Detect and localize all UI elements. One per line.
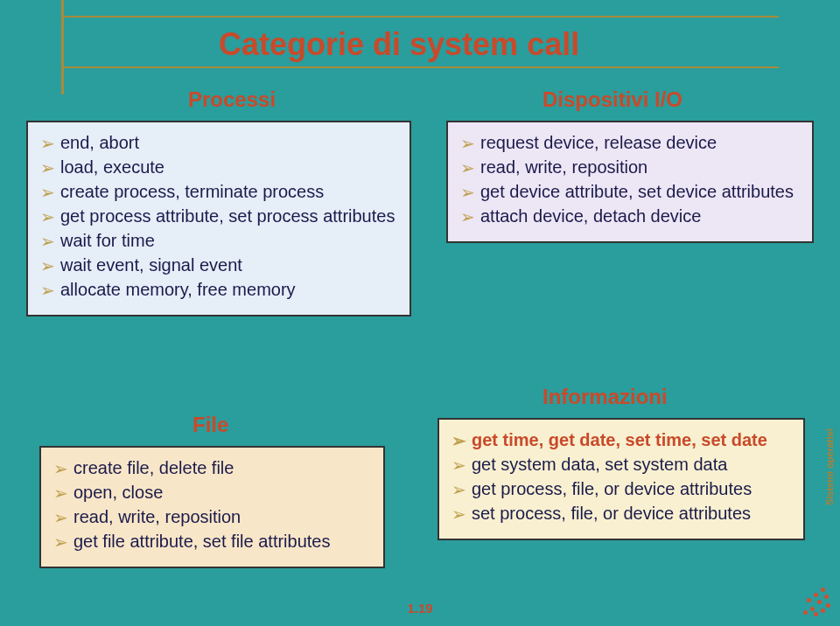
info-box: ➢get time, get date, set time, set date … <box>438 418 805 540</box>
bullet-icon: ➢ <box>53 483 68 504</box>
bullet-icon: ➢ <box>40 255 55 276</box>
list-item: ➢get process attribute, set process attr… <box>40 206 397 227</box>
title-line-left <box>61 0 64 94</box>
bullet-icon: ➢ <box>460 157 475 178</box>
bullet-icon: ➢ <box>460 133 475 154</box>
bullet-icon: ➢ <box>40 157 55 178</box>
item-text: request device, release device <box>480 133 717 153</box>
info-label: Informazioni <box>542 385 668 409</box>
bullet-icon: ➢ <box>460 206 475 227</box>
list-item: ➢read, write, reposition <box>460 157 800 178</box>
list-item: ➢request device, release device <box>460 133 800 154</box>
item-text: get device attribute, set device attribu… <box>480 182 794 202</box>
slide: Categorie di system call Processi ➢end, … <box>0 0 840 626</box>
item-text: get system data, set system data <box>472 455 727 475</box>
file-label: File <box>192 413 228 437</box>
processi-label: Processi <box>188 87 276 112</box>
list-item: ➢get time, get date, set time, set date <box>452 430 791 451</box>
list-item: ➢get device attribute, set device attrib… <box>460 182 800 203</box>
dispositivi-label: Dispositivi I/O <box>542 87 682 112</box>
list-item: ➢open, close <box>53 483 371 504</box>
list-item: ➢allocate memory, free memory <box>40 280 397 301</box>
slide-number: 1.19 <box>407 601 432 616</box>
list-item: ➢set process, file, or device attributes <box>452 504 791 525</box>
bullet-icon: ➢ <box>460 182 475 203</box>
bullet-icon: ➢ <box>40 133 55 154</box>
bullet-icon: ➢ <box>40 206 55 227</box>
item-text: read, write, reposition <box>480 157 648 177</box>
item-text: get process attribute, set process attri… <box>60 206 395 226</box>
bullet-icon: ➢ <box>40 231 55 252</box>
bullet-icon: ➢ <box>40 280 55 301</box>
bullet-icon: ➢ <box>452 430 466 451</box>
item-text: get file attribute, set file attributes <box>74 532 331 552</box>
processi-box: ➢end, abort ➢load, execute ➢create proce… <box>26 121 411 316</box>
item-text: create file, delete file <box>74 458 234 478</box>
item-text: set process, file, or device attributes <box>472 504 751 524</box>
list-item: ➢attach device, detach device <box>460 206 800 227</box>
list-item: ➢get file attribute, set file attributes <box>53 532 371 553</box>
slide-title: Categorie di system call <box>219 26 579 63</box>
item-text: allocate memory, free memory <box>60 280 296 300</box>
item-text: read, write, reposition <box>74 507 241 527</box>
title-bar: Categorie di system call <box>61 16 779 68</box>
list-item: ➢end, abort <box>40 133 397 154</box>
item-text: wait for time <box>60 231 155 251</box>
item-text: attach device, detach device <box>480 206 701 226</box>
bullet-icon: ➢ <box>40 182 55 203</box>
item-text: create process, terminate process <box>60 182 324 202</box>
dispositivi-box: ➢request device, release device ➢read, w… <box>446 121 814 243</box>
list-item: ➢get system data, set system data <box>452 455 791 476</box>
list-item: ➢get process, file, or device attributes <box>452 479 791 500</box>
item-text: load, execute <box>60 157 164 177</box>
bullet-icon: ➢ <box>53 507 68 528</box>
bullet-icon: ➢ <box>452 504 466 525</box>
item-text: open, close <box>74 483 163 503</box>
bullet-icon: ➢ <box>53 458 68 479</box>
title-line-top <box>61 16 779 17</box>
bullet-icon: ➢ <box>53 532 68 553</box>
item-text: end, abort <box>60 133 139 153</box>
list-item: ➢load, execute <box>40 157 397 178</box>
list-item: ➢create file, delete file <box>53 458 371 479</box>
title-line-bottom <box>61 66 779 68</box>
item-text: wait event, signal event <box>60 255 242 275</box>
bullet-icon: ➢ <box>452 479 466 500</box>
decorative-dots <box>796 582 831 617</box>
list-item: ➢read, write, reposition <box>53 507 371 528</box>
list-item: ➢wait event, signal event <box>40 255 397 276</box>
list-item: ➢create process, terminate process <box>40 182 397 203</box>
list-item: ➢wait for time <box>40 231 397 252</box>
item-text: get process, file, or device attributes <box>472 479 752 499</box>
item-text: get time, get date, set time, set date <box>472 430 767 450</box>
bullet-icon: ➢ <box>452 455 466 476</box>
side-text: Sistemi operativi <box>824 428 835 505</box>
file-box: ➢create file, delete file ➢open, close ➢… <box>39 446 385 568</box>
